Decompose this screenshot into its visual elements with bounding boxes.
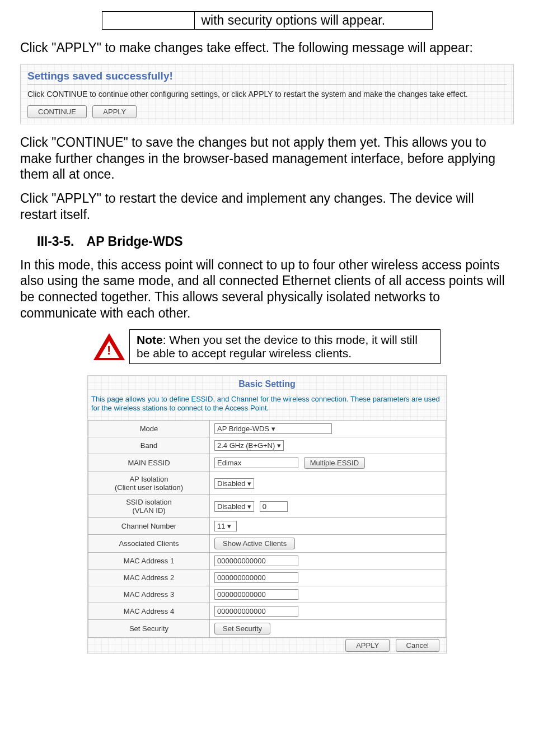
warning-icon: ! bbox=[93, 333, 125, 360]
label-channel: Channel Number bbox=[88, 518, 210, 535]
paragraph-mode-desc: In this mode, this access point will con… bbox=[20, 257, 514, 321]
row-mac4: MAC Address 4 000000000000 bbox=[88, 603, 446, 620]
settings-saved-desc: Click CONTINUE to continue other configu… bbox=[27, 90, 507, 99]
multiple-essid-button[interactable]: Multiple ESSID bbox=[304, 457, 365, 469]
row-ssid-isolation: SSID isolation (VLAN ID) Disabled 0 bbox=[88, 495, 446, 518]
label-mac3: MAC Address 3 bbox=[88, 586, 210, 603]
channel-select[interactable]: 11 bbox=[214, 521, 237, 531]
top-table-left-cell bbox=[102, 12, 194, 30]
basic-cancel-button[interactable]: Cancel bbox=[396, 639, 439, 652]
ssid-isolation-select[interactable]: Disabled bbox=[214, 501, 254, 512]
label-essid: MAIN ESSID bbox=[88, 454, 210, 472]
top-table-right-cell: with security options will appear. bbox=[194, 12, 432, 30]
paragraph-apply-intro: Click "APPLY" to make changes take effec… bbox=[20, 40, 514, 56]
essid-input[interactable]: Edimax bbox=[214, 458, 298, 468]
set-security-button[interactable]: Set Security bbox=[214, 623, 270, 634]
ap-isolation-select[interactable]: Disabled bbox=[214, 478, 254, 489]
settings-saved-title: Settings saved successfully! bbox=[27, 70, 507, 82]
label-mac4: MAC Address 4 bbox=[88, 603, 210, 620]
label-mac1: MAC Address 1 bbox=[88, 553, 210, 570]
label-ssid-isolation: SSID isolation (VLAN ID) bbox=[88, 495, 210, 518]
row-associated-clients: Associated Clients Show Active Clients bbox=[88, 535, 446, 553]
note-box: ! Note: When you set the device to this … bbox=[93, 329, 441, 364]
mac1-input[interactable]: 000000000000 bbox=[214, 556, 298, 566]
row-ap-isolation: AP Isolation (Client user isolation) Dis… bbox=[88, 472, 446, 495]
mac4-input[interactable]: 000000000000 bbox=[214, 606, 298, 617]
label-mode: Mode bbox=[88, 421, 210, 437]
row-band: Band 2.4 GHz (B+G+N) bbox=[88, 437, 446, 454]
top-table-fragment: with security options will appear. bbox=[102, 11, 433, 30]
basic-setting-panel: Basic Setting This page allows you to de… bbox=[87, 375, 447, 654]
basic-setting-desc: This page allows you to define ESSID, an… bbox=[91, 395, 443, 414]
note-label: Note bbox=[137, 333, 163, 346]
band-select[interactable]: 2.4 GHz (B+G+N) bbox=[214, 440, 284, 451]
label-ap-isolation: AP Isolation (Client user isolation) bbox=[88, 472, 210, 495]
row-mac1: MAC Address 1 000000000000 bbox=[88, 553, 446, 570]
basic-setting-title: Basic Setting bbox=[91, 377, 443, 391]
vlan-id-input[interactable]: 0 bbox=[260, 501, 288, 512]
row-set-security: Set Security Set Security bbox=[88, 620, 446, 638]
mac3-input[interactable]: 000000000000 bbox=[214, 589, 298, 600]
row-mac3: MAC Address 3 000000000000 bbox=[88, 586, 446, 603]
row-essid: MAIN ESSID Edimax Multiple ESSID bbox=[88, 454, 446, 472]
section-heading: III-3-5. AP Bridge-WDS bbox=[20, 234, 514, 249]
settings-saved-panel: Settings saved successfully! Click CONTI… bbox=[20, 64, 514, 124]
note-body: : When you set the device to this mode, … bbox=[137, 333, 418, 360]
label-mac2: MAC Address 2 bbox=[88, 570, 210, 586]
apply-button[interactable]: APPLY bbox=[92, 105, 137, 118]
note-text: Note: When you set the device to this mo… bbox=[129, 329, 441, 364]
label-set-security: Set Security bbox=[88, 620, 210, 638]
row-channel: Channel Number 11 bbox=[88, 518, 446, 535]
show-active-clients-button[interactable]: Show Active Clients bbox=[214, 538, 295, 549]
row-mode: Mode AP Bridge-WDS bbox=[88, 421, 446, 437]
basic-apply-button[interactable]: APPLY bbox=[345, 639, 390, 652]
paragraph-apply-desc: Click "APPLY" to restart the device and … bbox=[20, 190, 514, 223]
label-associated-clients: Associated Clients bbox=[88, 535, 210, 553]
continue-button[interactable]: CONTINUE bbox=[27, 105, 87, 118]
paragraph-continue-desc: Click "CONTINUE" to save the changes but… bbox=[20, 134, 514, 183]
mode-select[interactable]: AP Bridge-WDS bbox=[214, 423, 332, 434]
mac2-input[interactable]: 000000000000 bbox=[214, 572, 298, 583]
basic-setting-table: Mode AP Bridge-WDS Band 2.4 GHz (B+G+N) … bbox=[88, 420, 446, 638]
label-band: Band bbox=[88, 437, 210, 454]
row-mac2: MAC Address 2 000000000000 bbox=[88, 570, 446, 586]
